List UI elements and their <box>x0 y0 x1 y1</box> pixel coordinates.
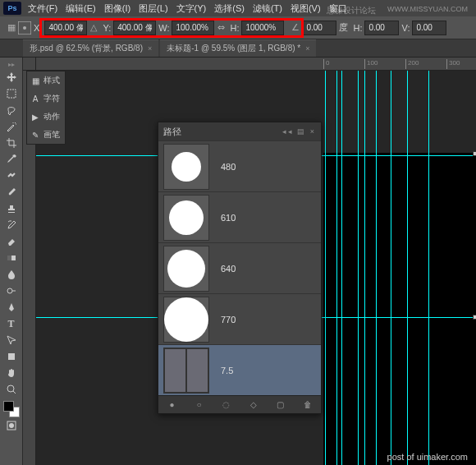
x-input[interactable] <box>44 21 87 35</box>
guide[interactable] <box>336 71 337 465</box>
tab-label: 形.psd @ 62.5% (背景, RGB/8) <box>30 43 143 54</box>
tab-doc-1[interactable]: 形.psd @ 62.5% (背景, RGB/8) × <box>23 39 158 57</box>
transform-handle[interactable] <box>473 151 476 156</box>
hskew-input[interactable] <box>364 21 399 35</box>
crop-tool-icon[interactable] <box>2 135 21 151</box>
panel-footer: ● ○ ◌ ◇ ▢ 🗑 <box>158 395 321 413</box>
path-thumb <box>163 144 209 190</box>
link-icon[interactable]: ⇔ <box>214 21 227 35</box>
path-tool-icon[interactable] <box>2 332 21 348</box>
heal-tool-icon[interactable] <box>2 168 21 184</box>
path-row[interactable]: 480 <box>158 140 321 191</box>
history-brush-icon[interactable] <box>2 217 21 233</box>
expand-icon[interactable]: ▸▸ <box>0 61 22 69</box>
delete-path-icon[interactable]: 🗑 <box>302 399 314 411</box>
tab-doc-2[interactable]: 未标题-1 @ 59.5% (图层 1, RGB/8) * × <box>160 39 316 57</box>
gradient-tool-icon[interactable] <box>2 250 21 266</box>
stamp-tool-icon[interactable] <box>2 200 21 217</box>
guide[interactable] <box>391 71 391 465</box>
stroke-path-icon[interactable]: ○ <box>194 399 205 411</box>
guide[interactable] <box>407 71 408 465</box>
reference-point-icon[interactable] <box>18 21 31 35</box>
svg-rect-2 <box>7 90 16 98</box>
type-tool-icon[interactable]: T <box>2 315 21 332</box>
ruler-tick: 300 <box>446 59 460 69</box>
path-row-selected[interactable]: 7.5 <box>158 344 321 395</box>
menu-type[interactable]: 文字(Y) <box>176 2 207 15</box>
y-input[interactable] <box>113 21 156 35</box>
panel-title: 路径 <box>163 126 181 138</box>
menu-select[interactable]: 选择(S) <box>214 2 245 15</box>
new-path-icon[interactable]: ▢ <box>275 399 286 411</box>
ruler-tick: 100 <box>364 59 378 69</box>
menu-layer[interactable]: 图层(L) <box>139 2 167 15</box>
selection-path-icon[interactable]: ◌ <box>221 399 232 411</box>
transform-icon[interactable]: ▦ <box>5 21 18 35</box>
delta-icon[interactable]: △ <box>87 21 100 35</box>
pen-tool-icon[interactable] <box>2 299 21 315</box>
svg-point-5 <box>7 288 12 293</box>
options-bar: ▦ X: △ Y: W: ⇔ H: ∠ 度 H: V: <box>0 16 476 39</box>
panel-header[interactable]: 路径 ◂◂ ▤ × <box>158 122 321 140</box>
path-label: 610 <box>221 213 236 223</box>
menu-edit[interactable]: 编辑(E) <box>66 2 96 15</box>
eyedropper-tool-icon[interactable] <box>2 151 21 168</box>
color-swatches[interactable] <box>3 401 20 417</box>
zoom-tool-icon[interactable] <box>2 381 21 398</box>
menu-filter[interactable]: 滤镜(T) <box>253 2 282 15</box>
path-row[interactable]: 610 <box>158 191 321 242</box>
svg-point-1 <box>23 26 26 30</box>
guide[interactable] <box>341 71 342 465</box>
menu-image[interactable]: 图像(I) <box>104 2 130 15</box>
lasso-tool-icon[interactable] <box>2 102 21 118</box>
vskew-input[interactable] <box>412 21 446 35</box>
h-input[interactable] <box>241 21 284 35</box>
path-thumb <box>163 297 209 343</box>
panel-styles[interactable]: ▦样式 <box>27 71 65 90</box>
path-row[interactable]: 770 <box>158 293 321 344</box>
path-thumb <box>163 348 209 394</box>
panel-menu-icon[interactable]: ◂◂ ▤ × <box>282 127 316 136</box>
move-tool-icon[interactable] <box>2 69 21 85</box>
fill-path-icon[interactable]: ● <box>167 399 178 411</box>
brush-tool-icon[interactable] <box>2 184 21 200</box>
guide[interactable] <box>428 71 429 465</box>
guide[interactable] <box>325 71 326 465</box>
quickmask-icon[interactable] <box>2 417 21 434</box>
menu-view[interactable]: 视图(V) <box>291 2 321 15</box>
panel-brushes[interactable]: ✎画笔 <box>27 126 65 144</box>
path-row[interactable]: 640 <box>158 242 321 293</box>
ruler-horizontal[interactable]: 0 100 200 300 <box>36 58 476 71</box>
path-label: 640 <box>221 264 236 274</box>
hskew-label: H: <box>353 23 362 33</box>
app-logo: Ps <box>3 2 21 15</box>
fg-color-swatch[interactable] <box>3 401 14 412</box>
shape-tool-icon[interactable] <box>2 348 21 365</box>
watermark: WWW.MISSYUAN.COM <box>387 5 468 13</box>
ruler-tick: 200 <box>405 59 419 69</box>
hand-tool-icon[interactable] <box>2 365 21 381</box>
wand-tool-icon[interactable] <box>2 118 21 135</box>
make-path-icon[interactable]: ◇ <box>248 399 259 411</box>
menu-file[interactable]: 文件(F) <box>28 2 57 15</box>
guide[interactable] <box>376 71 377 465</box>
svg-point-7 <box>7 385 14 392</box>
panel-character[interactable]: A字符 <box>27 90 65 108</box>
w-label: W: <box>158 23 169 33</box>
paths-panel[interactable]: 路径 ◂◂ ▤ × 480 610 640 770 7.5 ● ○ ◌ ◇ ▢ … <box>158 122 322 414</box>
eraser-tool-icon[interactable] <box>2 233 21 250</box>
dodge-tool-icon[interactable] <box>2 283 21 299</box>
collapsed-panels[interactable]: ▦样式 A字符 ▶动作 ✎画笔 <box>26 71 66 145</box>
footer-credit: post of uimaker.com <box>387 452 468 462</box>
angle-input[interactable] <box>302 21 336 35</box>
close-icon[interactable]: × <box>148 44 152 53</box>
guide[interactable] <box>364 71 365 465</box>
marquee-tool-icon[interactable] <box>2 85 21 102</box>
w-input[interactable] <box>172 21 214 35</box>
close-icon[interactable]: × <box>305 44 309 53</box>
transform-handle[interactable] <box>473 315 476 320</box>
panel-actions[interactable]: ▶动作 <box>27 108 65 126</box>
vskew-label: V: <box>401 23 410 33</box>
blur-tool-icon[interactable] <box>2 266 21 283</box>
guide[interactable] <box>358 71 359 465</box>
